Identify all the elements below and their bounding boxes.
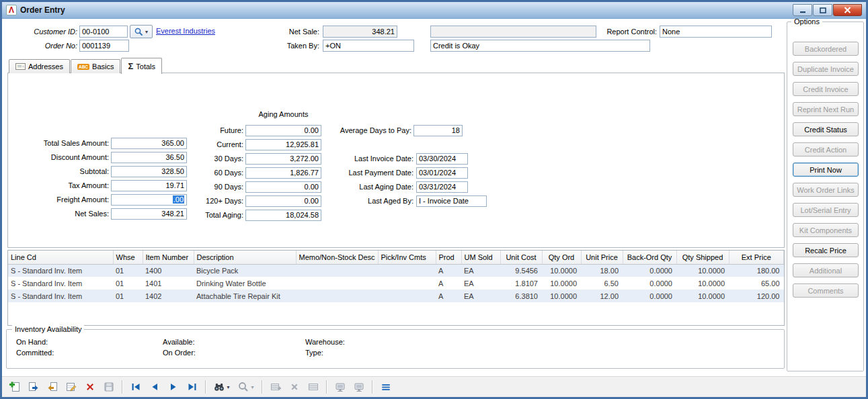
copy-from-icon bbox=[28, 381, 40, 393]
close-button[interactable] bbox=[833, 4, 862, 16]
report-control-field[interactable]: None bbox=[660, 26, 772, 38]
grid-cell[interactable]: 18.00 bbox=[581, 264, 623, 277]
grid-cell[interactable] bbox=[296, 264, 378, 277]
grid-cell[interactable]: 0.0000 bbox=[623, 277, 676, 290]
grid-cell[interactable]: 6.3810 bbox=[500, 290, 542, 302]
grid-row[interactable]: S - Standard Inv. Item 01 1401 Drinking … bbox=[8, 277, 784, 290]
net-sale-label: Net Sale: bbox=[249, 28, 319, 36]
tax-amount-label: Tax Amount: bbox=[9, 181, 109, 189]
grid-cell[interactable]: 10.0000 bbox=[542, 277, 581, 290]
grid-cell[interactable]: A bbox=[436, 290, 461, 302]
grid-cell[interactable]: 10.0000 bbox=[542, 264, 581, 277]
grid-cell[interactable]: S - Standard Inv. Item bbox=[8, 290, 113, 302]
client-area: Customer ID: 00-0100 ▼ Everest Industrie… bbox=[2, 19, 866, 397]
grid-cell[interactable]: 10.0000 bbox=[676, 290, 729, 302]
grid-cell[interactable]: 12.00 bbox=[581, 290, 623, 302]
options-button-recalc-price[interactable]: Recalc Price bbox=[793, 243, 859, 257]
revert-button[interactable] bbox=[44, 379, 61, 395]
copy-from-button[interactable] bbox=[25, 379, 42, 395]
grid-cell[interactable]: Drinking Water Bottle bbox=[194, 277, 296, 290]
grid-cell[interactable]: 180.00 bbox=[729, 264, 784, 277]
order-entry-window: Λ Order Entry Customer ID: 00-0100 ▼ Eve… bbox=[0, 0, 868, 399]
maximize-button[interactable] bbox=[813, 4, 832, 16]
customer-lookup-button[interactable]: ▼ bbox=[130, 25, 153, 38]
net-sale-field: 348.21 bbox=[323, 26, 397, 38]
customer-name-link[interactable]: Everest Industries bbox=[156, 27, 215, 35]
grid-row[interactable]: S - Standard Inv. Item 01 1402 Attachabl… bbox=[8, 290, 784, 302]
days60-label: 60 Days: bbox=[110, 169, 243, 177]
grid-cell[interactable]: 1402 bbox=[143, 290, 194, 302]
grid-row[interactable]: S - Standard Inv. Item 01 1400 Bicycle P… bbox=[8, 264, 784, 277]
grid-cell[interactable]: S - Standard Inv. Item bbox=[8, 277, 113, 290]
tab-totals[interactable]: Σ Totals bbox=[121, 58, 162, 74]
close-icon bbox=[844, 7, 851, 13]
grid-cell[interactable]: A bbox=[436, 264, 461, 277]
grid-cell[interactable]: 10.0000 bbox=[542, 290, 581, 302]
grid-cell[interactable]: EA bbox=[461, 277, 500, 290]
grid-cell[interactable]: 1401 bbox=[143, 277, 194, 290]
grid-cell[interactable]: EA bbox=[461, 290, 500, 302]
grid-cell[interactable]: 120.00 bbox=[729, 290, 784, 302]
future-label: Future: bbox=[110, 126, 243, 134]
grid-cell[interactable]: EA bbox=[461, 264, 500, 277]
next-record-button[interactable] bbox=[165, 379, 182, 395]
list-button[interactable] bbox=[377, 379, 395, 395]
customer-id-label: Customer ID: bbox=[14, 28, 77, 36]
minimize-button[interactable] bbox=[793, 4, 812, 16]
first-record-button[interactable] bbox=[127, 379, 145, 395]
order-no-field[interactable]: 0001139 bbox=[79, 40, 129, 52]
search-button[interactable]: ▼ bbox=[210, 379, 233, 395]
last-payment-date-field: 03/01/2024 bbox=[416, 167, 468, 179]
grid-cell[interactable]: 01 bbox=[113, 277, 143, 290]
grid-header-cell: Whse bbox=[113, 251, 143, 264]
order-no-label: Order No: bbox=[14, 42, 77, 50]
save-button bbox=[100, 379, 118, 395]
options-button-print-now[interactable]: Print Now bbox=[793, 163, 859, 177]
row-options-icon bbox=[307, 381, 319, 393]
taken-by-field[interactable]: +ON bbox=[323, 40, 414, 52]
grid-cell[interactable]: 0.0000 bbox=[623, 264, 676, 277]
grid-header-cell: Unit Price bbox=[581, 251, 623, 264]
grid-cell[interactable]: Attachable Tire Repair Kit bbox=[194, 290, 296, 302]
tab-addresses[interactable]: Addresses bbox=[9, 59, 70, 73]
line-items-grid: Line Cd Whse Item Number Description Mem… bbox=[7, 250, 785, 326]
grid-cell[interactable]: 6.50 bbox=[581, 277, 623, 290]
grid-cell[interactable]: 9.5456 bbox=[500, 264, 542, 277]
grid-cell[interactable] bbox=[296, 277, 378, 290]
grid-cell[interactable]: 01 bbox=[113, 290, 143, 302]
net-sales-label: Net Sales: bbox=[9, 210, 109, 218]
grid-header-cell: Unit Cost bbox=[500, 251, 542, 264]
grid-cell[interactable]: 0.0000 bbox=[623, 290, 676, 302]
grid-cell[interactable]: 65.00 bbox=[729, 277, 784, 290]
chevron-down-icon: ▼ bbox=[145, 30, 149, 34]
grid-cell[interactable] bbox=[378, 277, 436, 290]
delete-row-icon bbox=[288, 381, 301, 393]
blank-info-field bbox=[430, 26, 596, 38]
grid-cell[interactable]: 01 bbox=[113, 264, 143, 277]
options-button-credit-status[interactable]: Credit Status bbox=[793, 122, 859, 136]
grid-cell[interactable]: 1400 bbox=[143, 264, 194, 277]
grid-cell[interactable]: S - Standard Inv. Item bbox=[8, 264, 113, 277]
grid-header-cell: Memo/Non-Stock Desc bbox=[296, 251, 378, 264]
grid-cell[interactable]: 10.0000 bbox=[676, 264, 729, 277]
grid-cell[interactable] bbox=[378, 290, 436, 302]
maximize-icon bbox=[820, 7, 826, 13]
last-record-button[interactable] bbox=[184, 379, 201, 395]
grid-cell[interactable]: Bicycle Pack bbox=[194, 264, 296, 277]
options-button-work-order-links: Work Order Links bbox=[793, 183, 859, 197]
tab-basics[interactable]: ABC Basics bbox=[71, 59, 121, 73]
grid-cell[interactable]: 1.8107 bbox=[500, 277, 542, 290]
sigma-icon: Σ bbox=[128, 62, 133, 71]
delete-button[interactable] bbox=[81, 379, 99, 395]
grid-cell[interactable]: A bbox=[436, 277, 461, 290]
grid-cell[interactable] bbox=[378, 264, 436, 277]
grid-cell[interactable] bbox=[296, 290, 378, 302]
grid-cell[interactable]: 10.0000 bbox=[676, 277, 729, 290]
last-aged-by-field: I - Invoice Date bbox=[416, 195, 487, 207]
delete-row-button bbox=[286, 379, 303, 395]
grid-header-cell: Line Cd bbox=[8, 251, 113, 264]
customer-id-field[interactable]: 00-0100 bbox=[79, 26, 128, 38]
edit-row-button[interactable] bbox=[63, 379, 80, 395]
new-button[interactable] bbox=[6, 379, 24, 395]
previous-record-button[interactable] bbox=[146, 379, 163, 395]
